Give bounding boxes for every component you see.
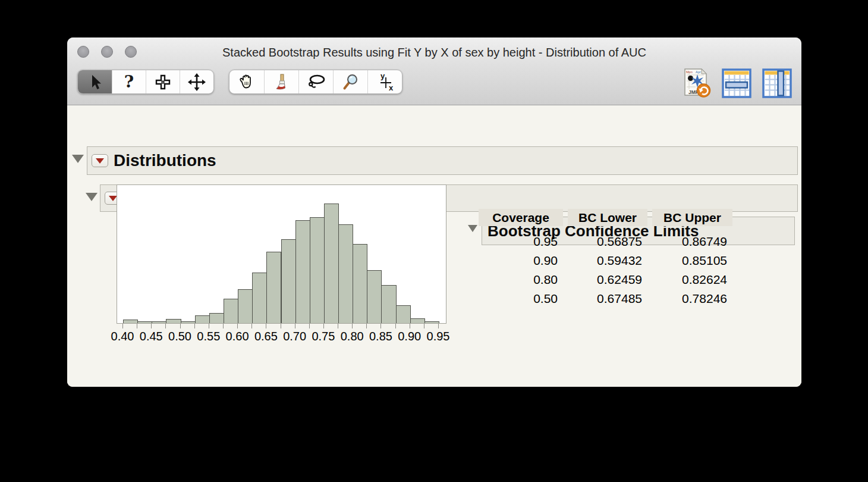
grabber-tool-button[interactable] <box>229 70 264 93</box>
histogram-bar[interactable] <box>224 299 238 323</box>
axis-tick-label: 0.45 <box>140 330 163 343</box>
histogram-bar[interactable] <box>209 313 224 323</box>
histogram-bar[interactable] <box>195 315 210 323</box>
magnifier-tool-button[interactable] <box>333 70 367 93</box>
axis-tick <box>137 324 137 328</box>
axis-tick-label: 0.95 <box>427 330 450 343</box>
histogram-bar[interactable] <box>252 273 267 323</box>
table-cell: 0.80 <box>479 270 563 289</box>
svg-text:Apr: Apr <box>696 70 701 74</box>
histogram-bar[interactable] <box>281 239 296 323</box>
crosshair-x-label: x <box>389 83 394 92</box>
table-cell: 0.90 <box>479 251 563 270</box>
axis-tick <box>295 324 295 328</box>
axis-tick <box>395 324 396 328</box>
histogram-bar[interactable] <box>152 321 166 323</box>
axis-tick <box>366 324 367 328</box>
data-table-tools: MonAprJMP <box>681 67 792 100</box>
selection-brush-tool-button[interactable] <box>146 70 180 93</box>
histogram-bar[interactable] <box>310 217 325 323</box>
axis-tick <box>266 324 266 328</box>
axis-tick <box>438 324 439 328</box>
axis-tick <box>352 324 353 328</box>
histogram-bar[interactable] <box>266 252 281 323</box>
axis-tick-label: 0.90 <box>398 330 421 343</box>
red-triangle-icon <box>96 158 104 164</box>
revert-data-table-button[interactable]: MonAprJMP <box>681 67 711 100</box>
histogram-bar[interactable] <box>166 319 181 323</box>
axis-tick-label: 0.65 <box>254 330 278 343</box>
report-content: Distributions AUC 0.400.450.500.550.600.… <box>67 105 801 387</box>
question-mark-icon: ? <box>124 74 134 90</box>
axis-tick <box>380 324 381 328</box>
hand-icon <box>238 73 256 91</box>
axis-tick-label: 0.40 <box>111 330 134 343</box>
histogram-bar[interactable] <box>367 270 382 323</box>
axis-tick-label: 0.60 <box>226 330 249 343</box>
bootstrap-disclosure-triangle[interactable] <box>468 225 477 232</box>
table-cell: 0.59432 <box>568 251 647 270</box>
distributions-outline-header[interactable]: Distributions <box>87 146 798 175</box>
graph-tool-group: yx <box>229 70 402 94</box>
histogram-bar[interactable] <box>410 318 425 323</box>
cursor-tool-group: ? <box>77 70 214 94</box>
lasso-tool-button[interactable] <box>298 70 333 93</box>
scroller-tool-button[interactable] <box>180 70 213 93</box>
distributions-disclosure-triangle[interactable] <box>72 155 84 163</box>
axis-tick-label: 0.55 <box>197 330 220 343</box>
auc-disclosure-triangle[interactable] <box>86 193 98 201</box>
histogram-bar[interactable] <box>295 220 310 323</box>
window-title: Stacked Bootstrap Results using Fit Y by… <box>67 37 801 65</box>
table-cell: 0.85105 <box>652 251 732 270</box>
table-row-icon <box>722 68 751 98</box>
distributions-red-triangle-menu[interactable] <box>92 154 108 167</box>
crosshairs-tool-button[interactable]: yx <box>367 70 402 93</box>
histogram-bar[interactable] <box>353 244 367 323</box>
arrow-tool-button[interactable] <box>78 70 112 93</box>
table-cell: 0.62459 <box>568 270 647 289</box>
axis-tick <box>237 324 238 328</box>
histogram-bar[interactable] <box>381 285 396 323</box>
axis-tick-label: 0.85 <box>369 330 392 343</box>
lasso-icon <box>307 74 326 90</box>
jmp-report-window: Stacked Bootstrap Results using Fit Y by… <box>67 37 801 387</box>
svg-text:Mon: Mon <box>686 70 693 74</box>
jmp-document-revert-icon: MonAprJMP <box>681 68 711 99</box>
magnifier-icon <box>342 73 360 91</box>
select-rows-button[interactable] <box>722 67 751 100</box>
table-cell: 0.56875 <box>568 232 647 251</box>
paintbrush-tool-button[interactable] <box>264 70 298 93</box>
titlebar[interactable]: Stacked Bootstrap Results using Fit Y by… <box>67 37 801 65</box>
move-arrows-icon <box>188 73 206 91</box>
histogram-bar[interactable] <box>238 289 253 323</box>
auc-histogram[interactable] <box>117 184 446 324</box>
axis-tick <box>281 324 281 328</box>
histogram-bar[interactable] <box>424 321 439 323</box>
histogram-bar[interactable] <box>396 305 411 323</box>
table-column-header: BC Upper <box>652 209 732 226</box>
axis-tick <box>410 324 410 328</box>
histogram-bar[interactable] <box>181 321 196 323</box>
crosshairs-icon: yx <box>375 72 395 92</box>
distributions-title: Distributions <box>114 151 216 170</box>
axis-tick <box>309 324 310 328</box>
table-column-header: Coverage <box>479 209 563 226</box>
histogram-bar[interactable] <box>324 204 339 323</box>
histogram-bar[interactable] <box>137 321 152 323</box>
histogram-x-axis: 0.400.450.500.550.600.650.700.750.800.85… <box>117 324 446 348</box>
axis-tick <box>323 324 324 328</box>
axis-tick <box>209 324 209 328</box>
help-tool-button[interactable]: ? <box>112 70 146 93</box>
select-columns-button[interactable] <box>762 67 792 100</box>
confidence-table-header: CoverageBC LowerBC Upper <box>479 209 732 226</box>
histogram-bar[interactable] <box>123 320 138 323</box>
window-chrome: Stacked Bootstrap Results using Fit Y by… <box>67 37 801 105</box>
arrow-cursor-icon <box>87 73 103 91</box>
histogram-bar[interactable] <box>338 224 353 323</box>
toolbar: ? <box>67 65 801 105</box>
open-cross-icon <box>155 74 171 90</box>
axis-tick-label: 0.50 <box>168 330 191 343</box>
axis-tick <box>180 324 181 328</box>
table-cell: 0.86749 <box>652 232 732 251</box>
red-triangle-icon <box>109 196 117 201</box>
